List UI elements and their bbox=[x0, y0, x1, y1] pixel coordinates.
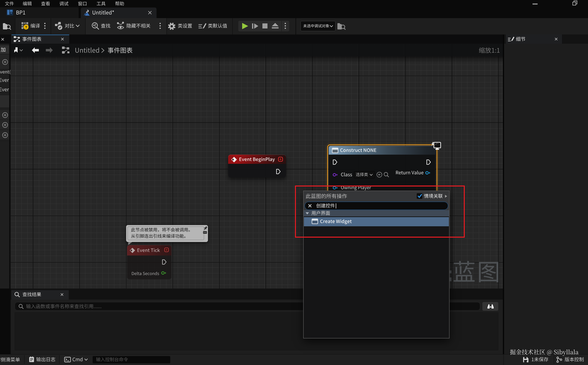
svg-text:?: ? bbox=[25, 25, 27, 29]
